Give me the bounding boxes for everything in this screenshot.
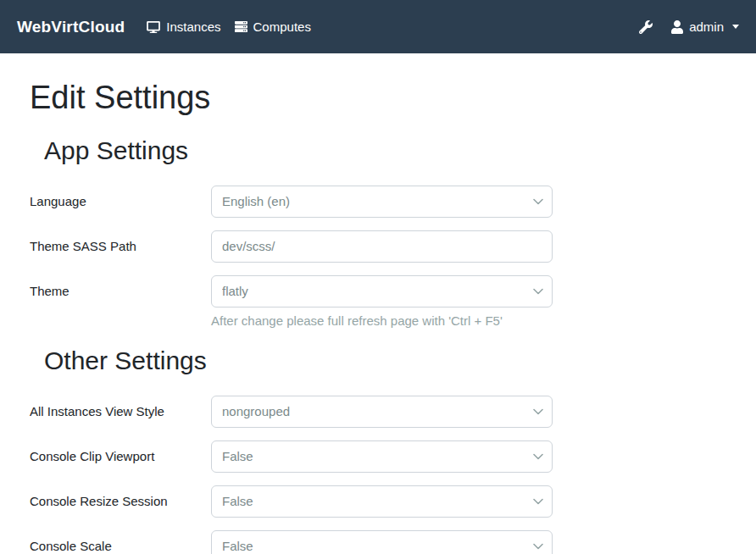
caret-down-icon xyxy=(732,25,739,29)
user-menu[interactable]: admin xyxy=(671,19,739,34)
nav-links: Instances Computes xyxy=(147,19,325,34)
console-resize-session-wrap: False xyxy=(211,485,553,518)
console-clip-viewport-wrap: False xyxy=(211,440,553,473)
navbar-right: admin xyxy=(639,19,739,34)
field-label: Theme xyxy=(30,284,211,298)
theme-sass-path-input[interactable] xyxy=(211,230,553,263)
nav-item-instances[interactable]: Instances xyxy=(147,19,220,34)
console-clip-viewport-select[interactable]: False xyxy=(211,440,553,473)
brand-link[interactable]: WebVirtCloud xyxy=(17,18,125,36)
console-scale-wrap: False xyxy=(211,530,553,554)
user-icon xyxy=(671,20,683,34)
form-row-all-instances-view-style: All Instances View Style nongrouped xyxy=(30,396,726,428)
all-instances-view-style-wrap: nongrouped xyxy=(211,396,553,428)
theme-sass-path-wrap xyxy=(211,230,553,263)
console-resize-session-select[interactable]: False xyxy=(211,485,553,518)
field-label: Console Clip Viewport xyxy=(30,449,211,463)
tools-button[interactable] xyxy=(639,20,653,34)
field-label: Theme SASS Path xyxy=(30,239,211,253)
app-settings-fields: Language English (en) Theme SASS Path Th… xyxy=(30,186,726,328)
form-row-theme: Theme flatly xyxy=(30,275,726,307)
field-label: Console Scale xyxy=(30,539,211,553)
section-title-other-settings: Other Settings xyxy=(44,346,726,376)
field-label: Console Resize Session xyxy=(30,494,211,508)
nav-item-label: Instances xyxy=(166,19,220,34)
form-row-language: Language English (en) xyxy=(30,186,726,218)
form-row-console-resize-session: Console Resize Session False xyxy=(30,485,726,518)
server-icon xyxy=(235,20,247,33)
form-row-console-scale: Console Scale False xyxy=(30,530,726,554)
section-title-app-settings: App Settings xyxy=(44,136,726,166)
theme-select-wrap: flatly xyxy=(211,275,553,307)
field-label: Language xyxy=(30,194,211,208)
page-title: Edit Settings xyxy=(30,79,726,118)
nav-item-label: Computes xyxy=(253,19,311,34)
form-row-theme-sass-path: Theme SASS Path xyxy=(30,230,726,263)
language-select-wrap: English (en) xyxy=(211,186,553,218)
navbar: WebVirtCloud Instances Computes admin xyxy=(0,0,756,53)
desktop-icon xyxy=(147,21,160,33)
all-instances-view-style-select[interactable]: nongrouped xyxy=(211,396,553,428)
nav-item-computes[interactable]: Computes xyxy=(235,19,311,34)
field-label: All Instances View Style xyxy=(30,404,211,418)
console-scale-select[interactable]: False xyxy=(211,530,553,554)
main-content: Edit Settings App Settings Language Engl… xyxy=(0,79,756,554)
other-settings-fields: All Instances View Style nongrouped Cons… xyxy=(30,396,726,554)
language-select[interactable]: English (en) xyxy=(211,186,553,218)
theme-help-text: After change please full refresh page wi… xyxy=(211,313,726,328)
theme-select[interactable]: flatly xyxy=(211,275,553,307)
user-label: admin xyxy=(689,19,724,34)
form-row-console-clip-viewport: Console Clip Viewport False xyxy=(30,440,726,473)
wrench-icon xyxy=(639,20,653,34)
